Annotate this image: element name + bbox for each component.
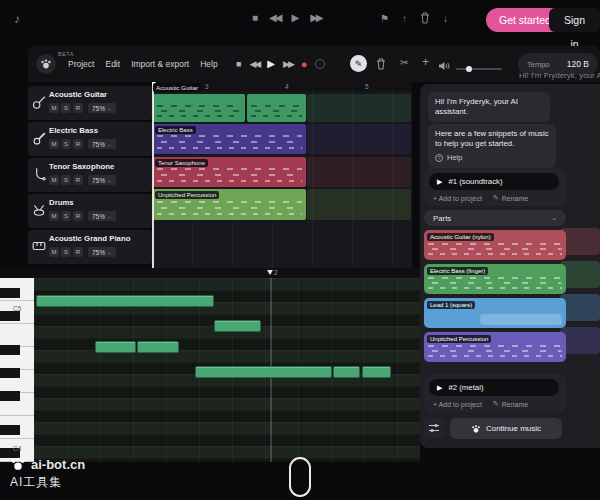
- play-icon[interactable]: ▶: [291, 13, 299, 23]
- track-row[interactable]: Electric Bass M S R 75%⌄: [28, 122, 152, 156]
- add-to-project-button[interactable]: + Add to project: [433, 400, 482, 408]
- rename-button[interactable]: ✎Rename: [493, 400, 528, 408]
- record-button[interactable]: ●: [301, 59, 308, 70]
- black-key[interactable]: [0, 368, 20, 378]
- app-toolbar: BETA Project Edit Import & export Help ■…: [28, 46, 600, 82]
- volume-slider[interactable]: [456, 68, 502, 70]
- record-arm-button[interactable]: R: [73, 139, 83, 149]
- black-key[interactable]: [0, 288, 20, 298]
- download-icon[interactable]: ↓: [443, 14, 448, 24]
- mute-button[interactable]: M: [49, 139, 59, 149]
- track-row[interactable]: Tenor Saxophone M S R 75%⌄: [28, 158, 152, 192]
- solo-button[interactable]: S: [61, 103, 71, 113]
- trash-icon[interactable]: [420, 12, 430, 26]
- pencil-tool-button[interactable]: ✎: [350, 55, 367, 72]
- loop-toggle-icon[interactable]: [315, 59, 325, 69]
- track-row[interactable]: Acoustic Grand Piano M S R 75%⌄: [28, 230, 152, 264]
- add-tool-icon[interactable]: +: [422, 56, 429, 68]
- audio-clip-percussion[interactable]: Unpitched Percussion: [153, 189, 306, 220]
- solo-button[interactable]: S: [61, 211, 71, 221]
- delete-tool-icon[interactable]: [376, 58, 386, 72]
- track-volume-control[interactable]: 75%⌄: [88, 247, 116, 257]
- part-chip-percussion[interactable]: Unpitched Percussion: [424, 332, 566, 362]
- play-button[interactable]: ▶: [267, 59, 275, 69]
- scissors-tool-icon[interactable]: ✂: [400, 58, 408, 68]
- help-link[interactable]: ? Help: [435, 153, 549, 163]
- mute-button[interactable]: M: [49, 247, 59, 257]
- parts-dropdown[interactable]: Parts ⌄: [424, 210, 566, 226]
- track-volume-control[interactable]: 75%⌄: [88, 103, 116, 113]
- rename-button[interactable]: ✎Rename: [493, 194, 528, 202]
- black-key[interactable]: [0, 425, 20, 435]
- mute-button[interactable]: M: [49, 103, 59, 113]
- menu-help[interactable]: Help: [200, 59, 217, 69]
- midi-note[interactable]: [36, 295, 214, 307]
- midi-note[interactable]: [95, 341, 136, 353]
- track-volume-control[interactable]: 75%⌄: [88, 139, 116, 149]
- part-chip-bass[interactable]: Electric Bass (finger): [424, 264, 566, 294]
- pencil-icon: ✎: [493, 400, 499, 408]
- clip-name-tag: Electric Bass: [155, 126, 196, 134]
- record-arm-button[interactable]: R: [73, 247, 83, 257]
- solo-button[interactable]: S: [61, 247, 71, 257]
- record-arm-button[interactable]: R: [73, 103, 83, 113]
- track-volume-control[interactable]: 75%⌄: [88, 211, 116, 221]
- piano-roll-ruler[interactable]: 2: [0, 268, 420, 278]
- solo-button[interactable]: S: [61, 139, 71, 149]
- upload-icon[interactable]: ↑: [402, 14, 407, 24]
- clip-notes-pattern: [251, 104, 302, 118]
- audio-clip-bass[interactable]: Electric Bass: [153, 124, 306, 154]
- part-chip-lead[interactable]: Lead 1 (square): [424, 298, 566, 328]
- speaker-icon[interactable]: [438, 58, 450, 76]
- part-chip-guitar[interactable]: Acoustic Guitar (nylon): [424, 230, 566, 260]
- midi-note[interactable]: [333, 366, 360, 378]
- add-to-project-button[interactable]: + Add to project: [433, 194, 482, 202]
- part-name-tag: Lead 1 (square): [427, 301, 475, 309]
- audio-clip-sax[interactable]: Tenor Saxophone: [153, 157, 306, 187]
- solo-button[interactable]: S: [61, 175, 71, 185]
- record-arm-button[interactable]: R: [73, 211, 83, 221]
- volume-slider-knob[interactable]: [466, 66, 472, 72]
- topbar-transport: ■ ◀◀ ▶ ▶▶: [252, 13, 322, 23]
- record-arm-button[interactable]: R: [73, 175, 83, 185]
- music-note-icon: ♪: [14, 13, 20, 25]
- arrangement-view[interactable]: 3 4 5 Acoustic Guitar Electric Bass Teno…: [152, 82, 412, 268]
- playhead[interactable]: [152, 82, 154, 268]
- track-name: Acoustic Grand Piano: [49, 234, 130, 243]
- mute-button[interactable]: M: [49, 211, 59, 221]
- midi-note[interactable]: [195, 366, 332, 378]
- midi-note[interactable]: [137, 341, 179, 353]
- part-highlight-block: [480, 314, 562, 325]
- midi-note[interactable]: [214, 320, 261, 332]
- stop-button[interactable]: ■: [236, 60, 241, 69]
- rewind-icon[interactable]: ◀◀: [269, 13, 280, 23]
- menu-edit[interactable]: Edit: [105, 59, 120, 69]
- track-row[interactable]: Drums M S R 75%⌄: [28, 194, 152, 228]
- snippet-play-button[interactable]: ▶ #2 (metal): [429, 379, 559, 396]
- fast-forward-icon[interactable]: ▶▶: [310, 13, 321, 23]
- mute-button[interactable]: M: [49, 175, 59, 185]
- rewind-button[interactable]: ◀◀: [249, 60, 259, 69]
- piano-roll-notes[interactable]: [34, 278, 420, 462]
- midi-note[interactable]: [362, 366, 391, 378]
- black-key[interactable]: [0, 391, 20, 401]
- menu-import-export[interactable]: Import & export: [131, 59, 189, 69]
- generation-settings-button[interactable]: [424, 418, 444, 438]
- track-row[interactable]: Acoustic Guitar M S R 75%⌄: [28, 86, 152, 120]
- continue-music-button[interactable]: Continue music: [450, 418, 562, 439]
- menu-project[interactable]: Project: [68, 59, 94, 69]
- snippet-play-button[interactable]: ▶ #1 (soundtrack): [429, 173, 559, 190]
- app-logo[interactable]: [36, 54, 56, 74]
- white-key[interactable]: [0, 324, 34, 347]
- fast-forward-button[interactable]: ▶▶: [283, 60, 293, 69]
- black-key[interactable]: [0, 345, 20, 355]
- loop-marker-icon[interactable]: [267, 270, 273, 275]
- piano-keys[interactable]: C5 C4: [0, 278, 34, 462]
- stop-icon[interactable]: ■: [252, 13, 258, 23]
- audio-clip-guitar-2[interactable]: [247, 94, 306, 122]
- track-volume-control[interactable]: 75%⌄: [88, 175, 116, 185]
- pin-icon[interactable]: ⚑: [380, 14, 389, 24]
- sign-in-button[interactable]: Sign in: [549, 8, 600, 32]
- audio-clip-guitar[interactable]: [153, 94, 245, 122]
- black-key[interactable]: [0, 311, 20, 321]
